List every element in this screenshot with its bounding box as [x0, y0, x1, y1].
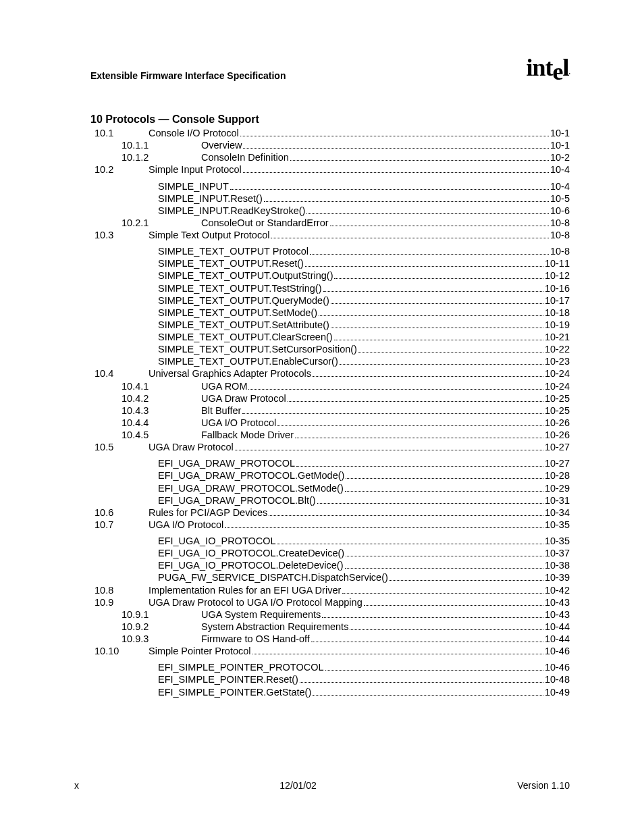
toc-entry: 10.1Console I/O Protocol 10-1 [90, 127, 570, 139]
toc-leader-dots [364, 605, 543, 606]
toc-entry: SIMPLE_TEXT_OUTPUT.SetMode() 10-18 [90, 307, 570, 319]
toc-entry-label: Rules for PCI/AGP Devices [149, 506, 267, 519]
section-title: 10 Protocols — Console Support [90, 113, 570, 126]
toc-entry-page: 10-27 [545, 457, 570, 469]
toc-entry-label: EFI_SIMPLE_POINTER.Reset() [90, 673, 298, 685]
toc-entry-label: System Abstraction Requirements [201, 621, 348, 633]
toc-entry-page: 10-19 [545, 319, 570, 331]
toc-entry: SIMPLE_TEXT_OUTPUT Protocol 10-8 [90, 245, 570, 257]
toc-entry: 10.8Implementation Rules for an EFI UGA … [90, 584, 570, 596]
toc-entry-page: 10-5 [550, 192, 570, 205]
toc-entry: EFI_SIMPLE_POINTER.GetState() 10-49 [90, 686, 570, 698]
toc-leader-dots [322, 617, 543, 618]
toc-entry-label: EFI_UGA_IO_PROTOCOL [90, 535, 276, 547]
toc-leader-dots [230, 189, 549, 190]
toc-entry-number: 10.9.1 [90, 608, 201, 621]
toc-entry-label: UGA Draw Protocol [201, 392, 286, 405]
toc-entry-number: 10.3 [90, 229, 149, 241]
toc-leader-dots [243, 172, 549, 173]
toc-entry-page: 10-44 [545, 633, 570, 645]
toc-entry-page: 10-2 [550, 151, 570, 163]
toc-entry-page: 10-22 [545, 343, 570, 355]
toc-entry-label: Fallback Mode Driver [201, 429, 294, 441]
toc-entry: EFI_UGA_IO_PROTOCOL.DeleteDevice() 10-38 [90, 559, 570, 571]
toc-entry: 10.1.2ConsoleIn Definition 10-2 [90, 151, 570, 163]
page-footer: x 12/01/02 Version 1.10 [74, 780, 570, 791]
toc-entry-page: 10-35 [545, 519, 570, 531]
toc-entry: 10.4.2UGA Draw Protocol 10-25 [90, 392, 570, 405]
toc-entry-label: SIMPLE_TEXT_OUTPUT.EnableCursor() [90, 355, 338, 367]
toc-entry-label: SIMPLE_INPUT.ReadKeyStroke() [90, 205, 305, 217]
toc-entry-page: 10-6 [550, 205, 570, 217]
toc-leader-dots [225, 527, 543, 528]
toc-leader-dots [310, 254, 549, 255]
toc-entry: SIMPLE_TEXT_OUTPUT.EnableCursor() 10-23 [90, 355, 570, 367]
toc-entry-page: 10-25 [545, 405, 570, 417]
toc-entry: EFI_SIMPLE_POINTER.Reset() 10-48 [90, 673, 570, 685]
toc-entry-page: 10-1 [550, 139, 570, 151]
toc-entry: 10.9UGA Draw Protocol to UGA I/O Protoco… [90, 596, 570, 608]
toc-entry-page: 10-8 [550, 245, 570, 257]
toc-leader-dots [248, 389, 543, 390]
toc-entry-page: 10-46 [545, 661, 570, 673]
toc-entry-label: SIMPLE_TEXT_OUTPUT.SetAttribute() [90, 319, 329, 331]
toc-entry: EFI_UGA_IO_PROTOCOL 10-35 [90, 535, 570, 547]
toc-entry-number: 10.9 [90, 596, 149, 608]
toc-entry-label: ConsoleIn Definition [201, 151, 289, 163]
toc-entry-label: Simple Pointer Protocol [149, 645, 251, 657]
toc-leader-dots [311, 642, 543, 642]
toc-entry: SIMPLE_INPUT.ReadKeyStroke() 10-6 [90, 205, 570, 217]
toc-entry-page: 10-49 [545, 686, 570, 698]
footer-page-num: x [74, 780, 79, 791]
toc-entry: 10.4.4UGA I/O Protocol 10-26 [90, 417, 570, 429]
toc-entry-label: EFI_SIMPLE_POINTER_PROTOCOL [90, 661, 324, 673]
toc-entry-page: 10-39 [545, 571, 570, 583]
toc-entry-page: 10-34 [545, 506, 570, 519]
toc-entry-label: PUGA_FW_SERVICE_DISPATCH.DispatchService… [90, 571, 388, 583]
toc-entry-page: 10-48 [545, 673, 570, 685]
toc-entry-number: 10.1 [90, 127, 149, 139]
toc-entry-label: Simple Input Protocol [149, 163, 242, 176]
toc-leader-dots [313, 376, 543, 377]
toc-leader-dots [317, 503, 543, 504]
toc-entry-page: 10-26 [545, 417, 570, 429]
toc-entry: SIMPLE_TEXT_OUTPUT.OutputString() 10-12 [90, 269, 570, 282]
toc-leader-dots [350, 629, 543, 630]
toc-leader-dots [295, 438, 543, 438]
toc-entry-page: 10-11 [545, 257, 570, 269]
toc-entry-label: SIMPLE_INPUT.Reset() [90, 192, 263, 205]
toc-entry-page: 10-29 [545, 482, 570, 494]
toc-entry-page: 10-4 [550, 163, 570, 176]
toc-entry-label: Console I/O Protocol [149, 127, 239, 139]
toc-leader-dots [296, 466, 543, 467]
toc-entry: SIMPLE_TEXT_OUTPUT.Reset() 10-11 [90, 257, 570, 269]
toc-leader-dots [346, 556, 543, 556]
toc-leader-dots [243, 148, 549, 149]
toc-leader-dots [306, 213, 549, 214]
toc-leader-dots [305, 266, 543, 267]
toc-entry-label: UGA ROM [201, 380, 247, 392]
toc-entry-page: 10-25 [545, 392, 570, 405]
document-page: Extensible Firmware Interface Specificat… [0, 0, 644, 834]
toc-entry-page: 10-28 [545, 469, 570, 481]
toc-entry-label: EFI_SIMPLE_POINTER.GetState() [90, 686, 311, 698]
toc-entry-page: 10-18 [545, 307, 570, 319]
toc-entry: 10.9.1UGA System Requirements 10-43 [90, 608, 570, 621]
toc-entry-label: Overview [201, 139, 242, 151]
toc-entry-page: 10-43 [545, 608, 570, 621]
toc-entry-number: 10.6 [90, 506, 149, 519]
toc-entry: SIMPLE_TEXT_OUTPUT.TestString() 10-16 [90, 282, 570, 294]
toc-leader-dots [240, 136, 549, 136]
toc-entry-page: 10-8 [550, 217, 570, 229]
toc-entry-number: 10.4.4 [90, 417, 201, 429]
toc-entry-page: 10-31 [545, 494, 570, 506]
toc-entry: SIMPLE_TEXT_OUTPUT.SetCursorPosition() 1… [90, 343, 570, 355]
toc-entry-label: UGA I/O Protocol [201, 417, 276, 429]
toc-entry: SIMPLE_INPUT.Reset() 10-5 [90, 192, 570, 205]
toc-entry-label: SIMPLE_TEXT_OUTPUT.SetCursorPosition() [90, 343, 357, 355]
toc-leader-dots [340, 364, 543, 365]
toc-leader-dots [342, 593, 543, 594]
toc-entry: 10.7UGA I/O Protocol 10-35 [90, 519, 570, 531]
toc-leader-dots [271, 238, 549, 238]
toc-entry-page: 10-21 [545, 331, 570, 343]
